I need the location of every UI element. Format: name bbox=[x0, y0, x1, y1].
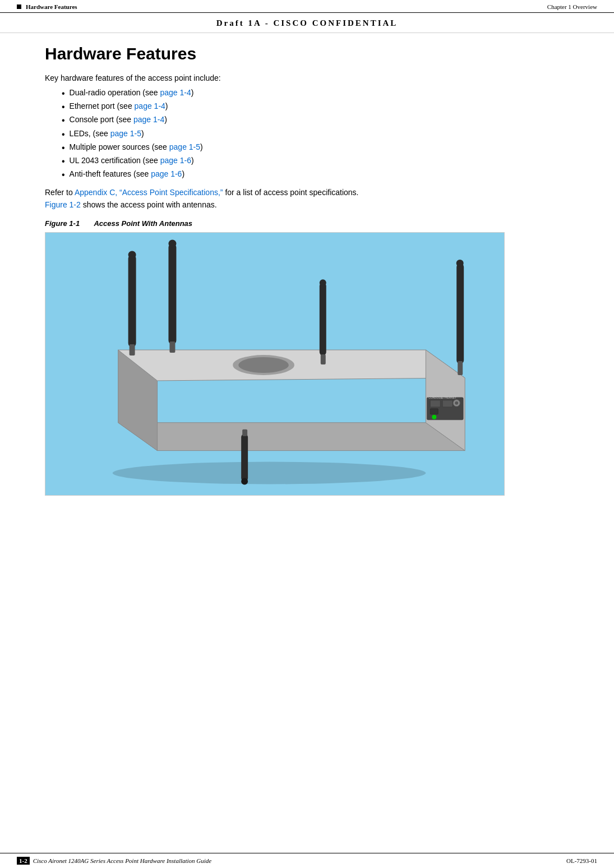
figure-ref-paragraph: Figure 1-2 shows the access point with a… bbox=[45, 200, 569, 209]
bullet-text-7: Anti-theft features (see page 1-6) bbox=[70, 169, 184, 178]
link-page-1-4-c[interactable]: page 1-4 bbox=[133, 115, 164, 124]
svg-rect-19 bbox=[130, 344, 135, 355]
bullet-text-1: Dual-radio operation (see page 1-4) bbox=[70, 88, 194, 97]
link-page-1-5-b[interactable]: page 1-5 bbox=[169, 142, 200, 151]
refer-paragraph: Refer to Appendix C, “Access Point Speci… bbox=[45, 188, 569, 197]
svg-point-30 bbox=[241, 478, 248, 485]
footer-guide-title: Cisco Aironet 1240AG Series Access Point… bbox=[33, 857, 212, 864]
refer-text-before: Refer to bbox=[45, 188, 75, 197]
header-bullet-icon bbox=[17, 4, 21, 9]
list-item: LEDs, (see page 1-5) bbox=[62, 129, 569, 140]
list-item: UL 2043 certification (see page 1-6) bbox=[62, 156, 569, 167]
svg-point-1 bbox=[113, 462, 426, 484]
svg-rect-20 bbox=[168, 244, 176, 345]
figure-ref-after: shows the access point with antennas. bbox=[81, 200, 217, 209]
figure-caption: Figure 1-1 Access Point With Antennas bbox=[45, 219, 569, 228]
svg-rect-23 bbox=[320, 283, 326, 356]
svg-rect-10 bbox=[442, 400, 453, 407]
svg-point-27 bbox=[456, 260, 464, 267]
svg-text:CONSOLE: CONSOLE bbox=[428, 396, 442, 399]
svg-rect-11 bbox=[430, 409, 438, 414]
draft-banner: Draft 1A - CISCO CONFIDENTIAL bbox=[0, 13, 614, 33]
list-item: Anti-theft features (see page 1-6) bbox=[62, 169, 569, 180]
svg-rect-25 bbox=[321, 354, 326, 364]
main-content: Hardware Features Key hardware features … bbox=[0, 33, 614, 524]
bullet-text-4: LEDs, (see page 1-5) bbox=[70, 129, 144, 138]
svg-rect-9 bbox=[430, 400, 440, 407]
link-page-1-4-a[interactable]: page 1-4 bbox=[160, 88, 191, 97]
bullet-text-6: UL 2043 certification (see page 1-6) bbox=[70, 156, 194, 165]
svg-point-24 bbox=[320, 280, 326, 287]
page-title: Hardware Features bbox=[45, 44, 569, 63]
svg-point-12 bbox=[432, 415, 436, 419]
link-page-1-4-b[interactable]: page 1-4 bbox=[135, 101, 165, 110]
svg-rect-31 bbox=[242, 430, 247, 436]
bullet-text-2: Ethernet port (see page 1-4) bbox=[70, 101, 168, 110]
figure-image-box: CONSOLE ETHERNET bbox=[45, 232, 505, 496]
header-left: Hardware Features bbox=[17, 3, 77, 10]
figure-label: Figure 1-1 bbox=[45, 219, 80, 228]
svg-point-18 bbox=[128, 251, 136, 259]
link-page-1-5-a[interactable]: page 1-5 bbox=[110, 129, 141, 138]
link-page-1-6-a[interactable]: page 1-6 bbox=[160, 156, 191, 165]
svg-rect-29 bbox=[241, 434, 248, 482]
list-item: Dual-radio operation (see page 1-4) bbox=[62, 88, 569, 99]
intro-text: Key hardware features of the access poin… bbox=[45, 73, 569, 82]
header-chapter: Chapter 1 Overview bbox=[547, 3, 597, 10]
svg-point-14 bbox=[455, 401, 458, 405]
refer-text-after: for a list of access point specification… bbox=[223, 188, 359, 197]
link-page-1-6-b[interactable]: page 1-6 bbox=[151, 169, 182, 178]
list-item: Console port (see page 1-4) bbox=[62, 115, 569, 126]
access-point-image: CONSOLE ETHERNET bbox=[45, 232, 504, 496]
footer-left: 1-2 Cisco Aironet 1240AG Series Access P… bbox=[17, 857, 211, 865]
page-header: Hardware Features Chapter 1 Overview bbox=[0, 0, 614, 13]
page-footer: 1-2 Cisco Aironet 1240AG Series Access P… bbox=[0, 853, 614, 868]
svg-rect-26 bbox=[456, 264, 464, 364]
svg-marker-2 bbox=[118, 423, 465, 451]
svg-point-7 bbox=[238, 357, 289, 373]
bullet-text-5: Multiple power sources (see page 1-5) bbox=[70, 142, 203, 151]
svg-rect-17 bbox=[128, 255, 136, 348]
header-section-label: Hardware Features bbox=[26, 3, 77, 10]
figure-1-2-link[interactable]: Figure 1-2 bbox=[45, 200, 81, 209]
bullet-text-3: Console port (see page 1-4) bbox=[70, 115, 167, 124]
svg-rect-22 bbox=[169, 341, 175, 353]
appendix-c-link[interactable]: Appendix C, “Access Point Specifications… bbox=[75, 188, 223, 197]
list-item: Multiple power sources (see page 1-5) bbox=[62, 142, 569, 153]
svg-rect-28 bbox=[458, 361, 463, 375]
footer-page-number: 1-2 bbox=[17, 857, 30, 865]
figure-title: Access Point With Antennas bbox=[94, 219, 192, 228]
svg-text:ETHERNET: ETHERNET bbox=[441, 396, 456, 399]
bullet-list: Dual-radio operation (see page 1-4) Ethe… bbox=[62, 88, 569, 180]
list-item: Ethernet port (see page 1-4) bbox=[62, 101, 569, 112]
footer-doc-num: OL-7293-01 bbox=[566, 857, 597, 864]
svg-point-21 bbox=[168, 240, 176, 248]
